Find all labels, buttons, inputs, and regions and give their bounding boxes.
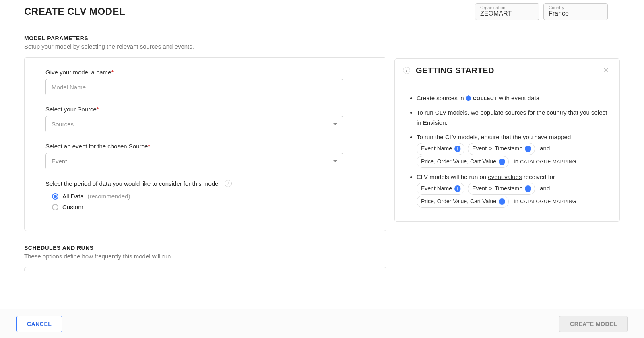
- collect-icon: [466, 95, 471, 101]
- event-placeholder: Event: [52, 158, 67, 165]
- model-name-label-text: Give your model a name: [45, 69, 111, 76]
- period-label: Select the period of data you would like…: [45, 180, 220, 187]
- pill-text: Event: [472, 144, 487, 154]
- model-name-label: Give your model a name*: [45, 69, 365, 76]
- source-placeholder: Sources: [52, 121, 74, 128]
- event-label-text: Select an event for the chosen Source: [45, 143, 148, 150]
- period-all-label: All Data: [62, 193, 84, 200]
- params-sub: Setup your model by selecting the releva…: [24, 43, 386, 50]
- info-icon[interactable]: i: [225, 180, 232, 187]
- page-header: CREATE CLV MODEL Organisation ZEOMART Co…: [0, 0, 644, 25]
- params-heading: MODEL PARAMETERS: [24, 35, 386, 41]
- gs-item-3: To run the CLV models, ensure that the y…: [417, 132, 610, 168]
- column-icon: ❘❘❘: [525, 185, 531, 192]
- column-icon: ❘❘❘: [454, 146, 461, 152]
- chevron-down-icon: [333, 123, 337, 125]
- and-text: and: [540, 185, 550, 192]
- event-values-link[interactable]: event values: [488, 173, 522, 180]
- source-label: Select your Source*: [45, 106, 365, 113]
- gs3-lead: To run the CLV models, ensure that the y…: [417, 134, 571, 140]
- event-label: Select an event for the chosen Source*: [45, 143, 365, 150]
- gs1-c: with event data: [499, 95, 539, 101]
- pill-price: Price, Order Value, Cart Value ❘❘❘: [417, 156, 509, 168]
- catalogue-mapping-text: CATALOGUE MAPPING: [520, 199, 576, 204]
- required-marker: *: [97, 106, 99, 113]
- pill-text: Event Name: [421, 144, 452, 154]
- main: MODEL PARAMETERS Setup your model by sel…: [0, 25, 644, 310]
- pill-text: Event: [472, 184, 487, 194]
- source-select[interactable]: Sources: [45, 116, 343, 132]
- params-card: Give your model a name* Select your Sour…: [24, 57, 386, 231]
- schedule-card-top: [24, 267, 386, 271]
- info-icon: i: [403, 67, 410, 74]
- column-icon: ❘❘❘: [499, 198, 505, 205]
- pill-text: Price, Order Value, Cart Value: [421, 157, 496, 167]
- country-selector-value: France: [549, 10, 603, 17]
- footer: CANCEL CREATE MODEL: [0, 309, 644, 338]
- gs4-c: received for: [524, 173, 555, 180]
- country-selector-label: Country: [549, 5, 603, 10]
- panel-title: GETTING STARTED: [416, 66, 494, 75]
- source-label-text: Select your Source: [45, 106, 97, 113]
- pill-text: Timestamp: [495, 144, 522, 154]
- chevron-down-icon: [333, 160, 337, 162]
- chevron-right-icon: >: [489, 184, 492, 194]
- radio-off-icon: [52, 204, 58, 210]
- pill-event-name: Event Name ❘❘❘: [417, 183, 464, 195]
- cancel-button[interactable]: CANCEL: [16, 316, 62, 332]
- pill-text: Timestamp: [495, 184, 522, 194]
- org-selector[interactable]: Organisation ZEOMART: [475, 3, 539, 20]
- period-label-row: Select the period of data you would like…: [45, 180, 365, 187]
- pill-price: Price, Order Value, Cart Value ❘❘❘: [417, 196, 509, 208]
- panel-header: i GETTING STARTED ✕: [395, 59, 619, 82]
- column-icon: ❘❘❘: [499, 159, 505, 165]
- required-marker: *: [111, 69, 114, 76]
- required-marker: *: [148, 143, 150, 150]
- left-column: MODEL PARAMETERS Setup your model by sel…: [24, 35, 386, 310]
- pill-event-timestamp: Event > Timestamp ❘❘❘: [468, 143, 535, 155]
- column-icon: ❘❘❘: [454, 185, 461, 192]
- radio-on-icon: [52, 193, 58, 200]
- in-text: in: [514, 158, 518, 165]
- right-column: i GETTING STARTED ✕ Create sources in CO…: [394, 35, 620, 310]
- and-text: and: [540, 145, 550, 152]
- header-right: Organisation ZEOMART Country France: [475, 3, 608, 20]
- period-custom-label: Custom: [62, 204, 83, 210]
- gs-item-1: Create sources in COLLECT with event dat…: [417, 93, 610, 103]
- chevron-right-icon: >: [489, 144, 492, 154]
- panel-body: Create sources in COLLECT with event dat…: [395, 82, 619, 221]
- period-radio-custom[interactable]: Custom: [52, 204, 365, 210]
- column-icon: ❘❘❘: [525, 146, 531, 152]
- period-all-rec: (recommended): [88, 193, 130, 200]
- period-radio-all[interactable]: All Data (recommended): [52, 193, 365, 200]
- org-selector-label: Organisation: [480, 5, 534, 10]
- pill-event-timestamp: Event > Timestamp ❘❘❘: [468, 183, 535, 195]
- catalogue-mapping-text: CATALOGUE MAPPING: [520, 159, 576, 165]
- gs-item-4: CLV models will be run on event values r…: [417, 172, 610, 208]
- gs1-a: Create sources in: [417, 95, 464, 101]
- gs-item-2: To run CLV models, we populate sources f…: [417, 107, 610, 128]
- org-selector-value: ZEOMART: [480, 10, 534, 17]
- country-selector[interactable]: Country France: [543, 3, 608, 20]
- schedule-heading: SCHEDULES AND RUNS: [24, 245, 386, 251]
- pill-text: Event Name: [421, 184, 452, 194]
- close-icon[interactable]: ✕: [601, 65, 611, 76]
- in-text: in: [514, 198, 518, 204]
- event-select[interactable]: Event: [45, 153, 343, 169]
- page-title: CREATE CLV MODEL: [24, 6, 125, 17]
- schedule-sub: These options define how frequently this…: [24, 253, 386, 260]
- gs4-a: CLV models will be run on: [417, 173, 486, 180]
- pill-event-name: Event Name ❘❘❘: [417, 143, 464, 155]
- gs1-b: COLLECT: [473, 96, 497, 101]
- getting-started-panel: i GETTING STARTED ✕ Create sources in CO…: [394, 58, 620, 222]
- create-model-button[interactable]: CREATE MODEL: [559, 316, 628, 332]
- model-name-input[interactable]: [45, 79, 343, 95]
- pill-text: Price, Order Value, Cart Value: [421, 197, 496, 206]
